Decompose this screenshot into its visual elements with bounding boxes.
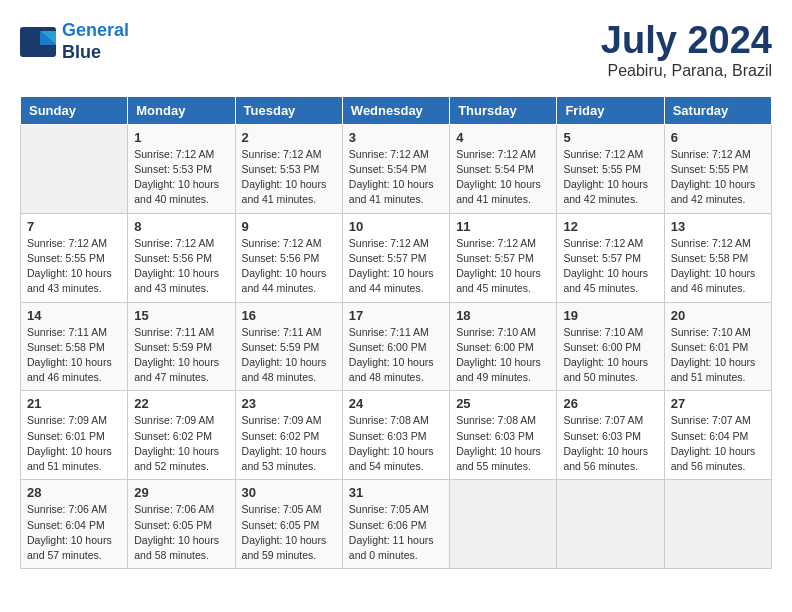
- day-info: Sunrise: 7:12 AM Sunset: 5:54 PM Dayligh…: [349, 147, 443, 208]
- day-cell: 25Sunrise: 7:08 AM Sunset: 6:03 PM Dayli…: [450, 391, 557, 480]
- day-number: 24: [349, 396, 443, 411]
- day-cell: 24Sunrise: 7:08 AM Sunset: 6:03 PM Dayli…: [342, 391, 449, 480]
- day-number: 13: [671, 219, 765, 234]
- day-cell: 23Sunrise: 7:09 AM Sunset: 6:02 PM Dayli…: [235, 391, 342, 480]
- day-info: Sunrise: 7:09 AM Sunset: 6:01 PM Dayligh…: [27, 413, 121, 474]
- day-info: Sunrise: 7:10 AM Sunset: 6:00 PM Dayligh…: [563, 325, 657, 386]
- day-cell: 10Sunrise: 7:12 AM Sunset: 5:57 PM Dayli…: [342, 213, 449, 302]
- week-row-4: 28Sunrise: 7:06 AM Sunset: 6:04 PM Dayli…: [21, 480, 772, 569]
- day-cell: 19Sunrise: 7:10 AM Sunset: 6:00 PM Dayli…: [557, 302, 664, 391]
- day-cell: 13Sunrise: 7:12 AM Sunset: 5:58 PM Dayli…: [664, 213, 771, 302]
- day-cell: 28Sunrise: 7:06 AM Sunset: 6:04 PM Dayli…: [21, 480, 128, 569]
- col-header-thursday: Thursday: [450, 96, 557, 124]
- day-cell: 31Sunrise: 7:05 AM Sunset: 6:06 PM Dayli…: [342, 480, 449, 569]
- day-number: 21: [27, 396, 121, 411]
- day-cell: 12Sunrise: 7:12 AM Sunset: 5:57 PM Dayli…: [557, 213, 664, 302]
- day-cell: 15Sunrise: 7:11 AM Sunset: 5:59 PM Dayli…: [128, 302, 235, 391]
- day-number: 30: [242, 485, 336, 500]
- title-block: July 2024 Peabiru, Parana, Brazil: [601, 20, 772, 80]
- day-cell: 4Sunrise: 7:12 AM Sunset: 5:54 PM Daylig…: [450, 124, 557, 213]
- day-number: 16: [242, 308, 336, 323]
- day-info: Sunrise: 7:11 AM Sunset: 5:59 PM Dayligh…: [134, 325, 228, 386]
- month-year: July 2024: [601, 20, 772, 62]
- day-info: Sunrise: 7:06 AM Sunset: 6:04 PM Dayligh…: [27, 502, 121, 563]
- day-cell: [664, 480, 771, 569]
- day-info: Sunrise: 7:08 AM Sunset: 6:03 PM Dayligh…: [349, 413, 443, 474]
- day-number: 28: [27, 485, 121, 500]
- page-header: General Blue July 2024 Peabiru, Parana, …: [20, 20, 772, 80]
- day-number: 4: [456, 130, 550, 145]
- day-cell: 17Sunrise: 7:11 AM Sunset: 6:00 PM Dayli…: [342, 302, 449, 391]
- day-info: Sunrise: 7:07 AM Sunset: 6:04 PM Dayligh…: [671, 413, 765, 474]
- day-info: Sunrise: 7:11 AM Sunset: 6:00 PM Dayligh…: [349, 325, 443, 386]
- day-cell: 11Sunrise: 7:12 AM Sunset: 5:57 PM Dayli…: [450, 213, 557, 302]
- col-header-monday: Monday: [128, 96, 235, 124]
- day-number: 9: [242, 219, 336, 234]
- day-info: Sunrise: 7:12 AM Sunset: 5:57 PM Dayligh…: [349, 236, 443, 297]
- day-number: 3: [349, 130, 443, 145]
- day-info: Sunrise: 7:12 AM Sunset: 5:55 PM Dayligh…: [671, 147, 765, 208]
- day-number: 26: [563, 396, 657, 411]
- day-number: 15: [134, 308, 228, 323]
- week-row-1: 7Sunrise: 7:12 AM Sunset: 5:55 PM Daylig…: [21, 213, 772, 302]
- day-cell: [557, 480, 664, 569]
- day-number: 12: [563, 219, 657, 234]
- day-cell: 7Sunrise: 7:12 AM Sunset: 5:55 PM Daylig…: [21, 213, 128, 302]
- day-number: 10: [349, 219, 443, 234]
- day-info: Sunrise: 7:05 AM Sunset: 6:05 PM Dayligh…: [242, 502, 336, 563]
- day-info: Sunrise: 7:12 AM Sunset: 5:57 PM Dayligh…: [563, 236, 657, 297]
- day-cell: 18Sunrise: 7:10 AM Sunset: 6:00 PM Dayli…: [450, 302, 557, 391]
- day-cell: 8Sunrise: 7:12 AM Sunset: 5:56 PM Daylig…: [128, 213, 235, 302]
- day-number: 14: [27, 308, 121, 323]
- day-info: Sunrise: 7:11 AM Sunset: 5:58 PM Dayligh…: [27, 325, 121, 386]
- day-cell: 21Sunrise: 7:09 AM Sunset: 6:01 PM Dayli…: [21, 391, 128, 480]
- day-info: Sunrise: 7:12 AM Sunset: 5:57 PM Dayligh…: [456, 236, 550, 297]
- day-number: 25: [456, 396, 550, 411]
- location: Peabiru, Parana, Brazil: [601, 62, 772, 80]
- day-info: Sunrise: 7:09 AM Sunset: 6:02 PM Dayligh…: [242, 413, 336, 474]
- day-cell: 16Sunrise: 7:11 AM Sunset: 5:59 PM Dayli…: [235, 302, 342, 391]
- day-number: 22: [134, 396, 228, 411]
- day-cell: 9Sunrise: 7:12 AM Sunset: 5:56 PM Daylig…: [235, 213, 342, 302]
- day-number: 5: [563, 130, 657, 145]
- day-info: Sunrise: 7:06 AM Sunset: 6:05 PM Dayligh…: [134, 502, 228, 563]
- col-header-wednesday: Wednesday: [342, 96, 449, 124]
- day-cell: 22Sunrise: 7:09 AM Sunset: 6:02 PM Dayli…: [128, 391, 235, 480]
- day-number: 6: [671, 130, 765, 145]
- day-info: Sunrise: 7:07 AM Sunset: 6:03 PM Dayligh…: [563, 413, 657, 474]
- day-info: Sunrise: 7:12 AM Sunset: 5:56 PM Dayligh…: [242, 236, 336, 297]
- day-info: Sunrise: 7:12 AM Sunset: 5:53 PM Dayligh…: [134, 147, 228, 208]
- day-cell: 6Sunrise: 7:12 AM Sunset: 5:55 PM Daylig…: [664, 124, 771, 213]
- day-info: Sunrise: 7:08 AM Sunset: 6:03 PM Dayligh…: [456, 413, 550, 474]
- week-row-0: 1Sunrise: 7:12 AM Sunset: 5:53 PM Daylig…: [21, 124, 772, 213]
- day-info: Sunrise: 7:09 AM Sunset: 6:02 PM Dayligh…: [134, 413, 228, 474]
- day-info: Sunrise: 7:12 AM Sunset: 5:55 PM Dayligh…: [563, 147, 657, 208]
- day-number: 2: [242, 130, 336, 145]
- day-cell: 3Sunrise: 7:12 AM Sunset: 5:54 PM Daylig…: [342, 124, 449, 213]
- day-info: Sunrise: 7:05 AM Sunset: 6:06 PM Dayligh…: [349, 502, 443, 563]
- day-cell: 14Sunrise: 7:11 AM Sunset: 5:58 PM Dayli…: [21, 302, 128, 391]
- day-cell: 1Sunrise: 7:12 AM Sunset: 5:53 PM Daylig…: [128, 124, 235, 213]
- logo-icon: [20, 27, 56, 57]
- day-cell: 2Sunrise: 7:12 AM Sunset: 5:53 PM Daylig…: [235, 124, 342, 213]
- day-number: 27: [671, 396, 765, 411]
- day-info: Sunrise: 7:12 AM Sunset: 5:58 PM Dayligh…: [671, 236, 765, 297]
- day-number: 19: [563, 308, 657, 323]
- col-header-sunday: Sunday: [21, 96, 128, 124]
- day-cell: 30Sunrise: 7:05 AM Sunset: 6:05 PM Dayli…: [235, 480, 342, 569]
- day-info: Sunrise: 7:11 AM Sunset: 5:59 PM Dayligh…: [242, 325, 336, 386]
- day-cell: 29Sunrise: 7:06 AM Sunset: 6:05 PM Dayli…: [128, 480, 235, 569]
- calendar-table: SundayMondayTuesdayWednesdayThursdayFrid…: [20, 96, 772, 569]
- logo-text: General Blue: [62, 20, 129, 63]
- day-number: 31: [349, 485, 443, 500]
- day-cell: [21, 124, 128, 213]
- day-cell: 27Sunrise: 7:07 AM Sunset: 6:04 PM Dayli…: [664, 391, 771, 480]
- day-number: 1: [134, 130, 228, 145]
- col-header-tuesday: Tuesday: [235, 96, 342, 124]
- logo: General Blue: [20, 20, 129, 63]
- week-row-3: 21Sunrise: 7:09 AM Sunset: 6:01 PM Dayli…: [21, 391, 772, 480]
- day-cell: 5Sunrise: 7:12 AM Sunset: 5:55 PM Daylig…: [557, 124, 664, 213]
- day-cell: 20Sunrise: 7:10 AM Sunset: 6:01 PM Dayli…: [664, 302, 771, 391]
- day-info: Sunrise: 7:10 AM Sunset: 6:01 PM Dayligh…: [671, 325, 765, 386]
- day-number: 8: [134, 219, 228, 234]
